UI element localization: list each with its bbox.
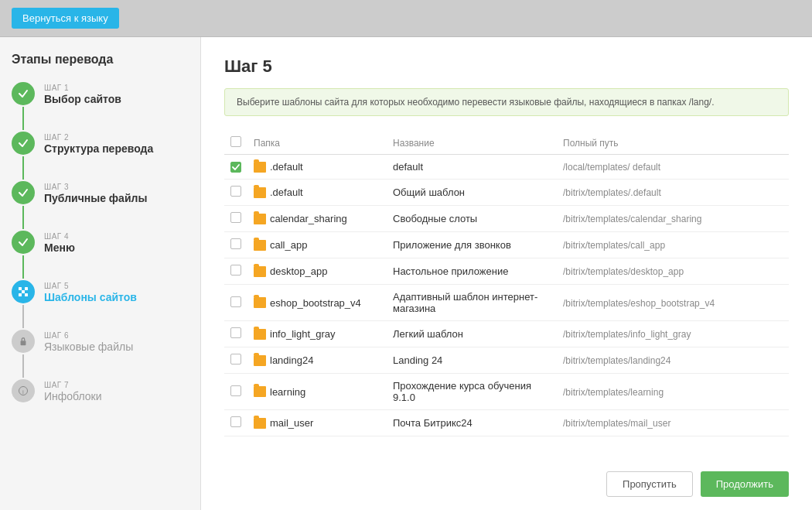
template-name-6: Легкий шаблон bbox=[393, 328, 463, 340]
step-left-step3 bbox=[12, 181, 35, 231]
top-bar: Вернуться к языку bbox=[0, 0, 812, 37]
folder-cell-7: landing24 bbox=[254, 354, 380, 366]
table-row: .default default /local/templates/ defau… bbox=[224, 155, 789, 180]
step-num-step7: ШАГ 7 bbox=[44, 381, 102, 389]
row-name-cell: Свободные слоты bbox=[387, 206, 557, 232]
row-path-cell: /bitrix/templates/call_app bbox=[557, 232, 789, 258]
folder-cell-4: desktop_app bbox=[254, 265, 380, 277]
folder-name-9: mail_user bbox=[270, 417, 313, 429]
row-check-cell bbox=[224, 347, 247, 374]
sidebar-item-step5: ШАГ 5 Шаблоны сайтов bbox=[12, 280, 189, 330]
row-checkbox-4[interactable] bbox=[230, 265, 241, 276]
row-check-cell bbox=[224, 374, 247, 410]
row-folder-cell: .default bbox=[247, 155, 387, 180]
row-path-cell: /bitrix/templates/learning bbox=[557, 374, 789, 410]
row-folder-cell: learning bbox=[247, 374, 387, 410]
step-left-step7: i bbox=[12, 379, 35, 402]
row-checkbox-0[interactable] bbox=[230, 162, 241, 173]
table-header-row: Папка Название Полный путь bbox=[224, 132, 789, 155]
row-check-cell bbox=[224, 321, 247, 347]
row-folder-cell: call_app bbox=[247, 232, 387, 258]
row-checkbox-9[interactable] bbox=[230, 416, 241, 427]
content-footer: Пропустить Продолжить bbox=[224, 460, 789, 497]
row-name-cell: Настольное приложение bbox=[387, 258, 557, 285]
main-container: Этапы перевода ШАГ 1 Выбор сайтов ШАГ 2 … bbox=[0, 37, 812, 510]
folder-cell-8: learning bbox=[254, 386, 380, 398]
step-left-step2 bbox=[12, 132, 35, 181]
folder-name-2: calendar_sharing bbox=[270, 213, 347, 224]
select-all-checkbox[interactable] bbox=[230, 136, 241, 147]
row-path-cell: /local/templates/ default bbox=[557, 155, 789, 180]
continue-button[interactable]: Продолжить bbox=[701, 471, 789, 497]
step-line-step5 bbox=[22, 305, 24, 328]
row-checkbox-3[interactable] bbox=[230, 238, 241, 249]
step-circle-step6 bbox=[12, 330, 35, 353]
step-content-step6: ШАГ 6 Языковые файлы bbox=[44, 330, 133, 376]
folder-icon-5 bbox=[254, 297, 266, 308]
folder-icon-7 bbox=[254, 355, 266, 366]
template-path-6: /bitrix/templates/info_light_gray bbox=[563, 329, 691, 340]
sidebar-item-step3: ШАГ 3 Публичные файлы bbox=[12, 181, 189, 231]
row-path-cell: /bitrix/templates/.default bbox=[557, 180, 789, 206]
row-folder-cell: .default bbox=[247, 180, 387, 206]
step-num-step6: ШАГ 6 bbox=[44, 331, 133, 340]
sidebar-item-step2: ШАГ 2 Структура перевода bbox=[12, 132, 189, 181]
folder-icon-1 bbox=[254, 187, 266, 198]
svg-rect-2 bbox=[19, 293, 22, 296]
step-circle-step3 bbox=[12, 181, 35, 204]
row-checkbox-7[interactable] bbox=[230, 354, 241, 365]
row-folder-cell: desktop_app bbox=[247, 258, 387, 285]
row-folder-cell: eshop_bootstrap_v4 bbox=[247, 285, 387, 321]
sidebar: Этапы перевода ШАГ 1 Выбор сайтов ШАГ 2 … bbox=[0, 37, 201, 510]
table-row: .default Общий шаблон /bitrix/templates/… bbox=[224, 180, 789, 206]
sidebar-item-step4: ШАГ 4 Меню bbox=[12, 231, 189, 280]
folder-icon-9 bbox=[254, 418, 266, 429]
row-name-cell: Landing 24 bbox=[387, 347, 557, 374]
template-name-2: Свободные слоты bbox=[393, 213, 477, 224]
row-name-cell: default bbox=[387, 155, 557, 180]
template-name-4: Настольное приложение bbox=[393, 265, 508, 277]
row-checkbox-8[interactable] bbox=[230, 385, 241, 396]
step-content-step3: ШАГ 3 Публичные файлы bbox=[44, 181, 147, 228]
folder-cell-2: calendar_sharing bbox=[254, 213, 380, 224]
row-folder-cell: calendar_sharing bbox=[247, 206, 387, 232]
step-circle-step1 bbox=[12, 82, 35, 105]
templates-table: Папка Название Полный путь .default defa… bbox=[224, 132, 789, 436]
folder-name-7: landing24 bbox=[270, 354, 313, 366]
row-check-cell bbox=[224, 180, 247, 206]
table-row: desktop_app Настольное приложение /bitri… bbox=[224, 258, 789, 285]
step-label-step5: Шаблоны сайтов bbox=[44, 291, 137, 303]
sidebar-item-step6: ШАГ 6 Языковые файлы bbox=[12, 330, 189, 379]
row-check-cell bbox=[224, 410, 247, 436]
row-checkbox-6[interactable] bbox=[230, 327, 241, 338]
sidebar-item-step7: i ШАГ 7 Инфоблоки bbox=[12, 379, 189, 426]
svg-text:i: i bbox=[22, 388, 24, 395]
row-checkbox-5[interactable] bbox=[230, 296, 241, 307]
template-path-1: /bitrix/templates/.default bbox=[563, 187, 661, 198]
steps-container: ШАГ 1 Выбор сайтов ШАГ 2 Структура перев… bbox=[12, 82, 189, 426]
step-circle-step5 bbox=[12, 280, 35, 303]
folder-icon-2 bbox=[254, 214, 266, 224]
step-num-step3: ШАГ 3 bbox=[44, 183, 147, 191]
step-content-step2: ШАГ 2 Структура перевода bbox=[44, 132, 153, 178]
template-path-9: /bitrix/templates/mail_user bbox=[563, 418, 670, 429]
row-check-cell bbox=[224, 232, 247, 258]
row-name-cell: Адаптивный шаблон интернет-магазина bbox=[387, 285, 557, 321]
step-label-step3: Публичные файлы bbox=[44, 192, 147, 204]
step-num-step1: ШАГ 1 bbox=[44, 84, 121, 92]
template-path-8: /bitrix/templates/learning bbox=[563, 387, 664, 398]
folder-name-8: learning bbox=[270, 386, 305, 398]
row-checkbox-1[interactable] bbox=[230, 186, 241, 197]
row-path-cell: /bitrix/templates/mail_user bbox=[557, 410, 789, 436]
row-checkbox-2[interactable] bbox=[230, 212, 241, 223]
svg-rect-0 bbox=[19, 287, 22, 290]
template-path-7: /bitrix/templates/landing24 bbox=[563, 355, 670, 366]
skip-button[interactable]: Пропустить bbox=[606, 471, 693, 497]
step-circle-step7: i bbox=[12, 379, 35, 402]
folder-icon-8 bbox=[254, 386, 266, 397]
back-button[interactable]: Вернуться к языку bbox=[12, 8, 119, 29]
row-path-cell: /bitrix/templates/eshop_bootstrap_v4 bbox=[557, 285, 789, 321]
step-label-step2: Структура перевода bbox=[44, 142, 153, 155]
table-row: eshop_bootstrap_v4 Адаптивный шаблон инт… bbox=[224, 285, 789, 321]
row-name-cell: Общий шаблон bbox=[387, 180, 557, 206]
